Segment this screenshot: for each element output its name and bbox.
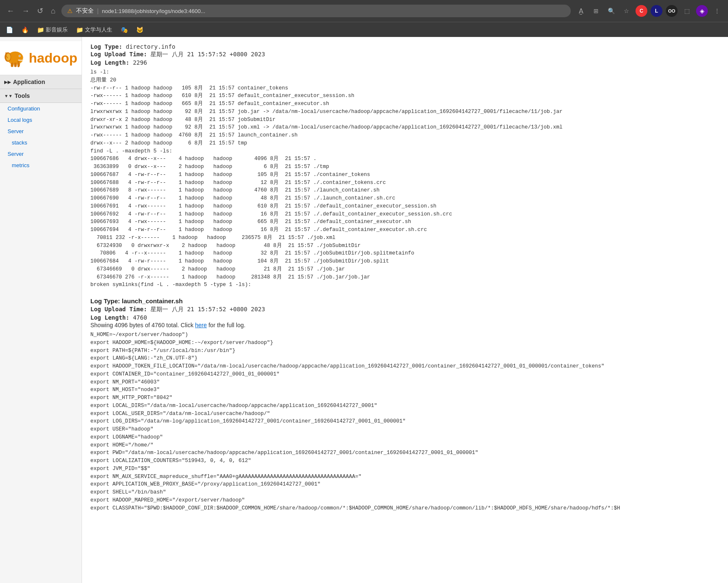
- bookmark-mask-icon: 🎭: [121, 26, 128, 33]
- sidebar-link-server1[interactable]: Server: [0, 126, 82, 137]
- back-button[interactable]: ←: [5, 5, 16, 17]
- log2-type-value: launch_container.sh: [122, 297, 183, 305]
- sidebar: hadoop ▶ Application ▼ Tools Configurati…: [0, 37, 82, 583]
- log-section-1: Log Type: directory.info Log Upload Time…: [90, 43, 720, 289]
- tools-label: Tools: [15, 92, 30, 99]
- main-area: hadoop ▶ Application ▼ Tools Configurati…: [0, 37, 728, 583]
- application-section-header[interactable]: ▶ Application: [0, 75, 82, 89]
- log1-length-label: Log Length:: [90, 59, 133, 66]
- security-warning-icon: ⚠: [67, 8, 73, 14]
- bookmark-item-fire[interactable]: 🔥: [20, 26, 30, 34]
- tools-arrow-icon: ▼: [4, 94, 13, 98]
- log2-upload-label: Log Upload Time:: [90, 306, 150, 313]
- log2-content: N_HOME=~/export/server/hadoop") export H…: [90, 331, 720, 512]
- tools-section-header[interactable]: ▼ Tools: [0, 89, 82, 103]
- log1-length-value: 2296: [133, 59, 147, 66]
- ext-purple-icon[interactable]: ◈: [696, 5, 708, 17]
- refresh-button[interactable]: ↺: [35, 5, 45, 17]
- search-icon[interactable]: 🔍: [605, 5, 617, 17]
- log1-upload-header: Log Upload Time: 星期一 八月 21 15:57:52 +080…: [90, 51, 720, 58]
- bookmark-item-mask[interactable]: 🎭: [119, 26, 129, 34]
- translate-icon[interactable]: A̤: [575, 5, 587, 17]
- read-icon[interactable]: ⊞: [590, 5, 602, 17]
- application-arrow-icon: ▶: [4, 80, 11, 84]
- bookmark-folder2-icon: 📁: [76, 26, 83, 33]
- ext-c-icon[interactable]: C: [636, 5, 647, 17]
- address-bar[interactable]: ⚠ 不安全 | node1:19888/jobhistory/logs/node…: [61, 5, 571, 17]
- log2-showing-link[interactable]: here: [195, 322, 207, 328]
- bookmark-cat-icon: 🐱: [136, 26, 143, 33]
- svg-point-5: [19, 55, 20, 56]
- bookmark-yinyue-label: 影音娱乐: [46, 26, 68, 34]
- sidebar-link-local-logs[interactable]: Local logs: [0, 114, 82, 126]
- bookmark-icon[interactable]: ☆: [620, 5, 632, 17]
- hadoop-logo-area: hadoop: [0, 41, 82, 75]
- security-warning-text: 不安全: [76, 7, 94, 15]
- sidebar-link-server2[interactable]: Server: [0, 148, 82, 160]
- svg-rect-6: [11, 63, 13, 67]
- sidebar-link-configuration[interactable]: Configuration: [0, 103, 82, 114]
- log2-type-label: Log Type:: [90, 297, 122, 305]
- log2-showing-suffix: for the full log.: [207, 322, 245, 328]
- log2-length-header: Log Length: 4760: [90, 314, 720, 321]
- log1-length-header: Log Length: 2296: [90, 59, 720, 66]
- log2-showing-prefix: Showing 4096 bytes of 4760 total. Click: [90, 322, 195, 328]
- browser-extension-icons: A̤ ⊞ 🔍 ☆ C L OO ⬚ ◈ ⋮: [575, 5, 723, 17]
- log-section-2: Log Type: launch_container.sh Log Upload…: [90, 297, 720, 512]
- hadoop-elephant-icon: [4, 47, 26, 68]
- sidebar-link-stacks[interactable]: stacks: [0, 137, 82, 148]
- bookmark-item-doc[interactable]: 📄: [4, 26, 15, 34]
- svg-rect-7: [14, 63, 17, 67]
- log1-upload-value: 星期一 八月 21 15:57:52 +0800 2023: [150, 51, 265, 58]
- home-button[interactable]: ⌂: [49, 5, 57, 17]
- log1-type-value: directory.info: [126, 43, 175, 50]
- sidebar-link-metrics[interactable]: metrics: [0, 160, 82, 171]
- log1-upload-label: Log Upload Time:: [90, 51, 150, 58]
- address-text: node1:19888/jobhistory/logs/node3:4600..…: [102, 8, 206, 14]
- log2-type-header: Log Type: launch_container.sh: [90, 297, 720, 305]
- hadoop-logo: hadoop: [4, 47, 77, 68]
- bookmark-item-cat[interactable]: 🐱: [135, 26, 145, 34]
- svg-rect-8: [17, 63, 19, 66]
- ext-screen-icon[interactable]: ⬚: [681, 5, 693, 17]
- bookmark-doc-icon: 📄: [6, 26, 13, 33]
- content-area: Log Type: directory.info Log Upload Time…: [82, 37, 728, 583]
- log2-length-value: 4760: [133, 314, 147, 321]
- log2-upload-header: Log Upload Time: 星期一 八月 21 15:57:52 +080…: [90, 306, 720, 313]
- log2-showing-text: Showing 4096 bytes of 4760 total. Click …: [90, 322, 720, 328]
- log1-content: ls -l: 总用量 20 -rw-r--r-- 1 hadoop hadoop…: [90, 68, 720, 289]
- log1-type-header: Log Type: directory.info: [90, 43, 720, 50]
- bookmark-folder1-icon: 📁: [37, 26, 44, 33]
- browser-chrome: ← → ↺ ⌂ ⚠ 不安全 | node1:19888/jobhistory/l…: [0, 0, 728, 22]
- application-label: Application: [13, 79, 45, 85]
- ext-oo-icon[interactable]: OO: [666, 5, 678, 17]
- hadoop-logo-text: hadoop: [29, 50, 77, 66]
- bookmark-fire-icon: 🔥: [21, 26, 29, 33]
- bookmark-item-wenxue[interactable]: 📁 文学与人生: [74, 25, 114, 34]
- bookmark-item-yinyue[interactable]: 📁 影音娱乐: [35, 25, 69, 34]
- bookmarks-bar: 📄 🔥 📁 影音娱乐 📁 文学与人生 🎭 🐱: [0, 22, 728, 37]
- log2-length-label: Log Length:: [90, 314, 133, 321]
- ext-settings-icon[interactable]: ⋮: [711, 5, 723, 17]
- ext-l-icon[interactable]: L: [651, 5, 662, 17]
- forward-button[interactable]: →: [20, 5, 31, 17]
- log1-type-label: Log Type:: [90, 43, 126, 50]
- log2-upload-value: 星期一 八月 21 15:57:52 +0800 2023: [150, 306, 265, 313]
- bookmark-wenxue-label: 文学与人生: [85, 26, 112, 34]
